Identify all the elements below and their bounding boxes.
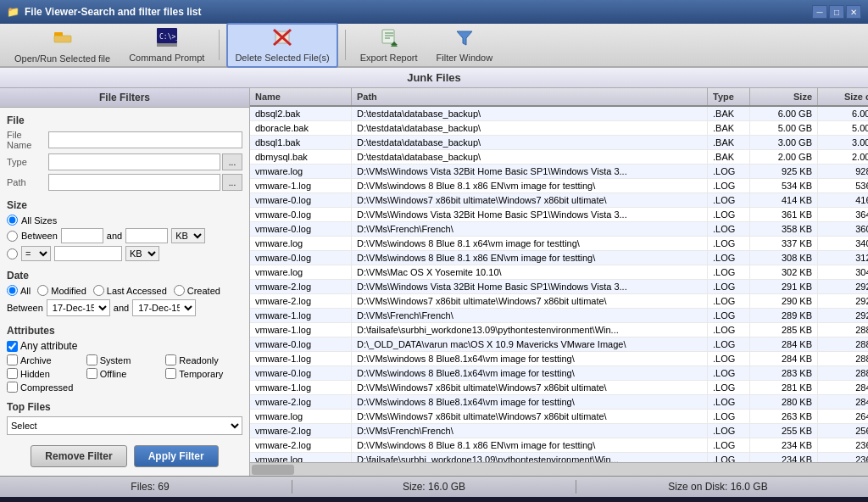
command-prompt-button[interactable]: C:\>_ Command Prompt <box>121 24 212 67</box>
table-row[interactable]: vmware-2.log D:\VMs\windows 8 Blue 8.1 x… <box>250 438 868 453</box>
col-header-name[interactable]: Name <box>250 88 352 105</box>
minimize-button[interactable]: ─ <box>812 5 827 19</box>
temporary-checkbox[interactable] <box>165 368 176 379</box>
table-row[interactable]: vmware-0.log D:\VMs\windows 8 Blue8.1x64… <box>250 366 868 381</box>
table-row[interactable]: dboracle.bak D:\testdata\database_backup… <box>250 121 868 136</box>
delete-selected-button[interactable]: Delete Selected File(s) <box>226 23 337 68</box>
table-row[interactable]: vmware-2.log D:\VMs\French\French\ .LOG … <box>250 424 868 438</box>
table-row[interactable]: dbmysql.bak D:\testdata\database_backup\… <box>250 150 868 165</box>
table-row[interactable]: vmware-2.log D:\VMs\Windows Vista 32Bit … <box>250 280 868 294</box>
hidden-label: Hidden <box>20 369 50 379</box>
hidden-checkbox[interactable] <box>7 368 18 379</box>
cell-type: .LOG <box>708 237 750 250</box>
cell-type: .LOG <box>708 395 750 409</box>
col-header-sizec[interactable]: Size c▲ <box>818 88 868 105</box>
top-files-row: Select Top 10 Top 20 Top 50 Top 100 <box>7 416 242 435</box>
cell-type: .LOG <box>708 193 750 207</box>
cell-name: vmware-2.log <box>250 294 352 308</box>
open-run-button[interactable]: Open/Run Selected file <box>7 23 118 68</box>
between-size-radio[interactable] <box>7 231 18 242</box>
cell-sizec: 340 K <box>818 237 868 250</box>
path-input[interactable] <box>48 174 220 191</box>
table-row[interactable]: vmware.log D:\VMs\windows 8 Blue 8.1 x64… <box>250 237 868 251</box>
table-row[interactable]: vmware-2.log D:\VMs\windows 8 Blue8.1x64… <box>250 395 868 410</box>
table-row[interactable]: dbsql2.bak D:\testdata\database_backup\ … <box>250 107 868 121</box>
date-from-select[interactable]: 17-Dec-15 <box>47 299 110 316</box>
any-attr-checkbox[interactable] <box>7 341 18 352</box>
path-browse-btn[interactable]: ... <box>222 174 242 191</box>
date-modified-radio[interactable] <box>37 285 48 296</box>
system-checkbox[interactable] <box>86 354 97 365</box>
maximize-button[interactable]: □ <box>829 5 844 19</box>
cell-name: vmware-2.log <box>250 280 352 293</box>
remove-filter-button[interactable]: Remove Filter <box>31 445 126 467</box>
table-row[interactable]: vmware-0.log D:\VMs\Windows7 x86bit ulti… <box>250 193 868 208</box>
offline-checkbox[interactable] <box>86 368 97 379</box>
cell-sizec: 6.00 G <box>818 107 868 120</box>
close-button[interactable]: ✕ <box>846 5 861 19</box>
compressed-checkbox[interactable] <box>7 382 18 393</box>
col-header-type[interactable]: Type <box>708 88 750 105</box>
table-row[interactable]: vmware-1.log D:\VMs\Windows7 x86bit ulti… <box>250 381 868 395</box>
table-row[interactable]: vmware.log D:\failsafe\surbhi_workdone13… <box>250 453 868 462</box>
size-unit-select1[interactable]: KBMBGB <box>171 228 205 243</box>
equals-value-input[interactable] <box>54 246 122 261</box>
table-row[interactable]: vmware-0.log D:\VMs\French\French\ .LOG … <box>250 222 868 237</box>
table-row[interactable]: vmware-0.log D:\_OLD_DATA\varun mac\OS X… <box>250 337 868 352</box>
table-row[interactable]: vmware.log D:\VMs\Mac OS X Yosemite 10.1… <box>250 265 868 280</box>
cell-sizec: 364 K <box>818 208 868 221</box>
scrollbar-thumb[interactable] <box>252 465 294 475</box>
top-files-title: Top Files <box>7 401 242 413</box>
all-sizes-radio[interactable] <box>7 215 18 226</box>
table-row[interactable]: vmware-1.log D:\VMs\windows 8 Blue 8.1 x… <box>250 179 868 193</box>
svg-rect-4 <box>157 43 177 47</box>
cell-type: .LOG <box>708 251 750 265</box>
size-from-input[interactable] <box>61 228 103 243</box>
all-sizes-label: All Sizes <box>21 215 57 226</box>
table-row[interactable]: vmware-0.log D:\VMs\Windows Vista 32Bit … <box>250 208 868 222</box>
equals-size-radio[interactable] <box>7 248 18 259</box>
size-to-input[interactable] <box>125 228 168 243</box>
table-row[interactable]: vmware-1.log D:\failsafe\surbhi_workdone… <box>250 323 868 337</box>
date-accessed-radio[interactable] <box>93 285 104 296</box>
type-input[interactable] <box>48 153 220 170</box>
date-created-radio[interactable] <box>174 285 185 296</box>
cell-type: .LOG <box>708 337 750 351</box>
table-row[interactable]: vmware.log D:\VMs\Windows Vista 32Bit Ho… <box>250 165 868 179</box>
table-row[interactable]: vmware-1.log D:\VMs\windows 8 Blue8.1x64… <box>250 352 868 366</box>
apply-filter-button[interactable]: Apply Filter <box>134 445 219 467</box>
table-row[interactable]: dbsql1.bak D:\testdata\database_backup\ … <box>250 136 868 150</box>
attributes-title: Attributes <box>7 325 242 337</box>
top-files-select[interactable]: Select Top 10 Top 20 Top 50 Top 100 <box>7 416 242 435</box>
filename-input[interactable] <box>48 131 242 148</box>
cell-name: dbsql2.bak <box>250 107 352 120</box>
horizontal-scrollbar[interactable] <box>250 462 868 476</box>
cell-name: vmware-0.log <box>250 193 352 207</box>
table-row[interactable]: vmware-1.log D:\VMs\French\French\ .LOG … <box>250 309 868 323</box>
cell-path: D:\VMs\windows 8 Blue 8.1 x64\vm image f… <box>352 237 708 250</box>
temporary-item: Temporary <box>165 368 242 379</box>
attributes-list: Any attribute Archive System Readonly <box>7 340 242 393</box>
table-row[interactable]: vmware-2.log D:\VMs\Windows7 x86bit ulti… <box>250 294 868 309</box>
open-run-label: Open/Run Selected file <box>14 53 110 64</box>
table-row[interactable]: vmware-0.log D:\VMs\windows 8 Blue 8.1 x… <box>250 251 868 265</box>
size-unit-select2[interactable]: KBMBGB <box>125 246 159 261</box>
col-header-size[interactable]: Size <box>750 88 818 105</box>
archive-checkbox[interactable] <box>7 354 18 365</box>
date-to-select[interactable]: 17-Dec-15 <box>132 299 196 316</box>
window-controls[interactable]: ─ □ ✕ <box>812 5 861 19</box>
cell-sizec: 292 K <box>818 294 868 308</box>
and-date-label: and <box>114 303 129 313</box>
cell-path: D:\testdata\database_backup\ <box>352 136 708 149</box>
col-header-path[interactable]: Path <box>352 88 708 105</box>
filter-window-button[interactable]: Filter Window <box>429 24 501 67</box>
export-report-button[interactable]: Export Report <box>353 24 426 67</box>
equals-op-select[interactable]: =>< <box>21 246 51 261</box>
cell-path: D:\VMs\windows 8 Blue8.1x64\vm image for… <box>352 366 708 380</box>
date-all-radio[interactable] <box>7 285 18 296</box>
cell-name: vmware-0.log <box>250 208 352 221</box>
readonly-checkbox[interactable] <box>165 354 176 365</box>
type-browse-btn[interactable]: ... <box>222 153 242 170</box>
table-row[interactable]: vmware.log D:\VMs\Windows7 x86bit ultima… <box>250 410 868 424</box>
cell-name: vmware-0.log <box>250 337 352 351</box>
